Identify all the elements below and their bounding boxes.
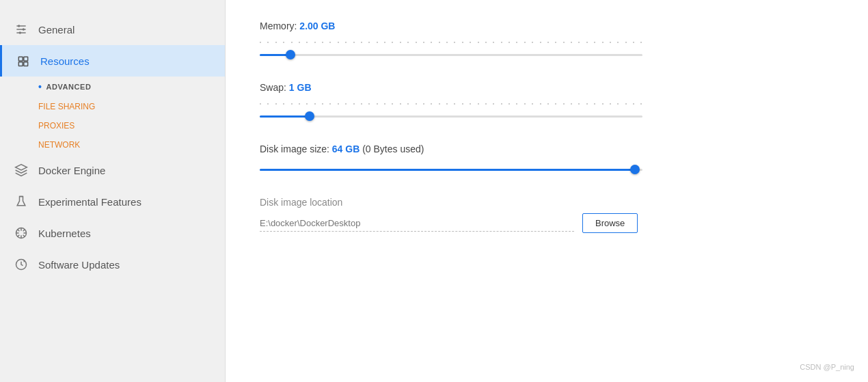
sidebar-sub-proxies[interactable]: PROXIES [38,116,225,135]
kubernetes-icon [14,226,29,241]
disk-image-size-section: Disk image size: 64 GB (0 Bytes used) [260,144,834,176]
memory-slider-container [260,40,642,62]
clock-icon [14,257,29,272]
browse-button[interactable]: Browse [582,213,638,233]
cube-icon [16,53,31,68]
sidebar-sub-network[interactable]: NETWORK [38,135,225,154]
svg-rect-8 [18,62,23,66]
sidebar: General Resources ADVANCED FILE SHARING … [0,0,226,382]
disk-location-row: Browse [260,213,834,233]
sidebar-item-kubernetes[interactable]: Kubernetes [0,217,225,249]
disk-location-section: Disk image location Browse [260,197,834,233]
disk-location-input[interactable] [260,215,574,232]
svg-rect-6 [18,57,23,61]
disk-slider-wrapper [260,163,642,176]
svg-rect-9 [24,62,28,66]
swap-slider-wrapper [260,109,642,123]
sidebar-sub-proxies-label: PROXIES [38,121,74,131]
sliders-icon [14,22,29,37]
sidebar-sub-file-sharing-label: FILE SHARING [38,102,95,111]
sidebar-sub-file-sharing[interactable]: FILE SHARING [38,97,225,116]
sidebar-item-resources-label: Resources [40,55,90,67]
memory-section: Memory: 2.00 GB [260,21,834,62]
flask-icon [14,194,29,209]
svg-line-16 [18,230,20,232]
sidebar-item-software-updates-label: Software Updates [38,259,120,271]
sidebar-sub-menu: ADVANCED FILE SHARING PROXIES NETWORK [0,77,225,154]
sidebar-item-software-updates[interactable]: Software Updates [0,249,225,280]
memory-slider-dots [260,40,642,45]
watermark: CSDN @P_ning [800,363,854,371]
svg-line-19 [18,235,20,237]
disk-location-label: Disk image location [260,197,834,208]
disk-image-size-label: Disk image size: 64 GB (0 Bytes used) [260,144,834,154]
sidebar-item-general-label: General [38,24,74,36]
sidebar-item-docker-engine[interactable]: Docker Engine [0,154,225,186]
svg-point-4 [23,28,25,30]
swap-label: Swap: 1 GB [260,82,834,93]
sidebar-item-resources[interactable]: Resources [0,45,225,77]
svg-rect-7 [24,57,28,61]
sidebar-item-general[interactable]: General [0,14,225,45]
sidebar-item-experimental-label: Experimental Features [38,196,141,208]
sidebar-sub-advanced[interactable]: ADVANCED [38,77,225,97]
svg-point-5 [19,31,21,33]
svg-point-3 [18,25,20,27]
svg-line-17 [23,235,25,237]
svg-line-18 [23,230,25,232]
memory-slider-wrapper [260,48,642,62]
sidebar-sub-network-label: NETWORK [38,140,80,150]
disk-slider-container [260,163,642,176]
sidebar-item-kubernetes-label: Kubernetes [38,228,91,239]
sidebar-item-experimental[interactable]: Experimental Features [0,186,225,217]
sidebar-sub-advanced-label: ADVANCED [46,83,91,91]
swap-section: Swap: 1 GB [260,82,834,123]
swap-slider-container [260,101,642,123]
sidebar-item-docker-engine-label: Docker Engine [38,165,105,176]
main-content: Memory: 2.00 GB [226,0,868,382]
swap-slider-dots [260,101,642,107]
engine-icon [14,163,29,178]
memory-label: Memory: 2.00 GB [260,21,834,31]
